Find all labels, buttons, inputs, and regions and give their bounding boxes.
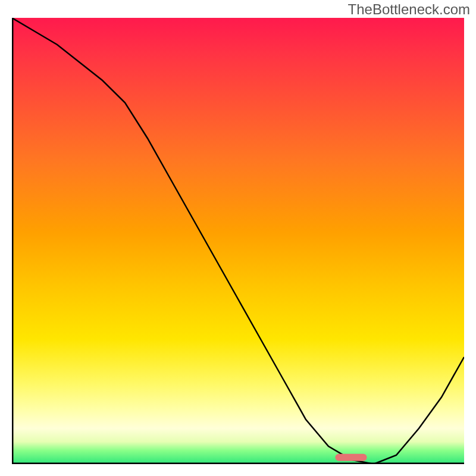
- chart-container: TheBottleneck.com: [0, 0, 476, 476]
- gradient-background: [12, 18, 464, 464]
- watermark-label: TheBottleneck.com: [348, 1, 470, 18]
- plot-area: [12, 18, 464, 464]
